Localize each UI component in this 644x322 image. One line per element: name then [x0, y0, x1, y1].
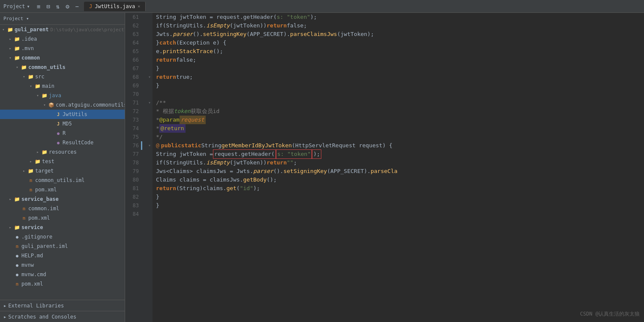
gutter-77	[147, 150, 153, 158]
tree-item-service-base[interactable]: ▸ 📁 service_base	[0, 194, 125, 204]
fold-71[interactable]: ▾	[147, 98, 153, 107]
tree-item-mvn[interactable]: ▸ 📁 .mvn	[0, 44, 125, 53]
gutter-74	[147, 124, 153, 133]
tree-item-service[interactable]: ▸ 📁 service	[0, 223, 125, 232]
tree-item-guli-parent[interactable]: ▾ 📁 guli_parent D:\study\java\code\proje…	[0, 25, 125, 34]
code-line-74: * @return	[156, 124, 644, 133]
tree-item-package[interactable]: ▾ 📦 com.atguigu.commonutils	[0, 100, 125, 110]
tree-item-target[interactable]: ▸ 📁 target	[0, 166, 125, 176]
tab-jwtutils[interactable]: J JwtUtils.java ✕	[84, 2, 146, 11]
line-num-62: 62	[125, 21, 142, 30]
icon-minimize[interactable]: −	[74, 2, 81, 11]
label-pom3: pom.xml	[21, 281, 43, 287]
label-common-iml: common.iml	[28, 206, 59, 212]
code-line-73: * @param request	[156, 116, 644, 124]
line-num-70: 70	[125, 90, 142, 98]
folder-icon: 📁	[21, 65, 27, 70]
code-line-68: return true;	[156, 73, 644, 81]
tree-item-test[interactable]: ▸ 📁 test	[0, 157, 125, 166]
label-scratches: Scratches and Consoles	[8, 314, 76, 320]
folder-icon: 📁	[27, 168, 34, 174]
arrow-src: ▾	[21, 75, 27, 79]
line-num-82: 82	[125, 193, 142, 201]
label-common: common	[21, 55, 40, 61]
code-lines[interactable]: String jwtToken = request.getHeader(s: "…	[153, 13, 644, 322]
label-guli-parent: guli_parent	[15, 27, 48, 33]
folder-icon: 📁	[34, 159, 41, 164]
line-num-67: 67	[125, 64, 142, 73]
arrow-resources: ▸	[34, 150, 41, 154]
editor-tabs: J JwtUtils.java ✕	[84, 2, 641, 11]
code-line-80: Claims claims = claimsJws.getBody();	[156, 176, 644, 184]
icon-collapse[interactable]: ⊟	[45, 2, 51, 11]
main-layout: Project ▾ ▾ 📁 guli_parent D:\study\java\…	[0, 13, 644, 322]
tree-item-common-utils[interactable]: ▾ 📁 common_utils	[0, 63, 125, 72]
line-num-77: 77	[125, 150, 142, 158]
fold-76[interactable]: ▾	[147, 141, 153, 150]
tree-item-common[interactable]: ▾ 📁 common	[0, 53, 125, 63]
line-num-68: 68	[125, 73, 142, 81]
line-num-64: 64	[125, 39, 142, 47]
label-mvnw: mvnw	[21, 262, 34, 268]
tree-item-resources[interactable]: ▸ 📁 resources	[0, 147, 125, 157]
icon-layout[interactable]: ≡	[35, 2, 42, 11]
code-line-62: if(StringUtils.isEmpty(jwtToken)) return…	[156, 21, 644, 30]
code-line-77: String jwtToken = request.getHeader(s: "…	[156, 150, 644, 158]
tree-item-common-utils-iml[interactable]: m common_utils.iml	[0, 176, 125, 185]
gutter-67	[147, 64, 153, 73]
tree-item-java[interactable]: ▾ 📁 java	[0, 91, 125, 100]
tree-item-main[interactable]: ▾ 📁 main	[0, 81, 125, 91]
icon-sort[interactable]: ⇅	[54, 2, 61, 11]
gutter: ▾ ▾ ▾	[147, 13, 153, 322]
tab-close-button[interactable]: ✕	[138, 4, 140, 9]
tree-item-pom3[interactable]: m pom.xml	[0, 279, 125, 289]
line-num-83: 83	[125, 201, 142, 210]
tree-item-idea[interactable]: ▸ 📁 .idea	[0, 34, 125, 44]
code-line-82: }	[156, 193, 644, 201]
line-num-79: 79	[125, 167, 142, 176]
gutter-82	[147, 193, 153, 201]
tree-item-jwtutils[interactable]: J JwtUtils	[0, 110, 125, 119]
gutter-70	[147, 90, 153, 98]
sidebar-header: Project ▾	[0, 13, 125, 25]
tree-item-pom2[interactable]: m pom.xml	[0, 213, 125, 223]
tree-item-helpmd[interactable]: ● HELP.md	[0, 251, 125, 260]
icon-settings[interactable]: ⚙	[64, 2, 71, 11]
gutter-63	[147, 30, 153, 39]
tree-item-mvnw[interactable]: ● mvnw	[0, 260, 125, 270]
code-line-67: }	[156, 64, 644, 73]
external-libraries[interactable]: ▸ External Libraries	[0, 300, 125, 311]
file-tree[interactable]: ▾ 📁 guli_parent D:\study\java\code\proje…	[0, 25, 125, 300]
editor-wrapper: 61 62 63 64 65 66 67 68 69 70 71 72 73 7…	[125, 13, 644, 322]
at-marker: @	[156, 141, 159, 150]
line-num-71: 71	[125, 98, 142, 107]
scratches-and-consoles[interactable]: ▸ Scratches and Consoles	[0, 311, 125, 322]
gutter-79	[147, 167, 153, 176]
arrow-guli-parent: ▾	[0, 27, 7, 32]
tree-item-pom1[interactable]: m pom.xml	[0, 185, 125, 194]
line-num-65: 65	[125, 47, 142, 56]
line-num-75: 75	[125, 133, 142, 141]
fold-68[interactable]: ▾	[147, 73, 153, 81]
iml-icon3: m	[14, 244, 21, 249]
project-menu[interactable]: Project ▾	[3, 3, 30, 9]
sidebar-title: Project ▾	[3, 16, 29, 21]
label-r: R	[63, 130, 66, 136]
arrow-service-base: ▸	[7, 197, 14, 201]
tree-item-guli-parent-iml[interactable]: m guli_parent.iml	[0, 242, 125, 251]
gutter-65	[147, 47, 153, 56]
code-line-63: Jwts.parser().setSigningKey(APP_SECRET).…	[156, 30, 644, 39]
gutter-66	[147, 56, 153, 64]
project-arrow: ▾	[27, 3, 30, 9]
tree-item-resultcode[interactable]: ● ResultCode	[0, 138, 125, 147]
tree-item-mvnwcmd[interactable]: ● mvnw.cmd	[0, 270, 125, 279]
tree-item-md5[interactable]: J MD5	[0, 119, 125, 128]
label-test: test	[42, 158, 54, 164]
tree-item-common-iml[interactable]: m common.iml	[0, 204, 125, 213]
label-target: target	[35, 168, 54, 174]
tree-item-src[interactable]: ▾ 📁 src	[0, 72, 125, 81]
label-external-libraries: External Libraries	[8, 303, 64, 309]
tree-item-r[interactable]: ● R	[0, 128, 125, 138]
label-resultcode: ResultCode	[63, 140, 93, 146]
tree-item-gitignore[interactable]: ● .gitignore	[0, 232, 125, 242]
